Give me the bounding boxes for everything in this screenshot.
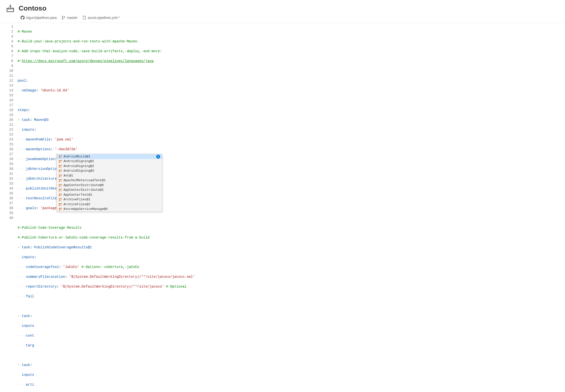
svg-rect-31 <box>59 189 60 190</box>
code-text: javaHomeOption <box>26 157 55 161</box>
line-number: 7 <box>0 54 13 59</box>
line-number: 8 <box>0 59 13 64</box>
snippet-icon <box>59 165 62 168</box>
svg-rect-27 <box>59 184 60 185</box>
code-text: PublishCodeCoverageResults@1 <box>34 245 92 249</box>
line-number: 17 <box>0 103 13 108</box>
code-text: #·Options:·cobertura,·jaCoCo <box>81 265 139 269</box>
intellisense-popup[interactable]: AndroidBuild@1iAndroidSigning@1AndroidSi… <box>56 154 162 212</box>
svg-rect-42 <box>61 200 62 201</box>
repo-label: nigurr/pipelines-java <box>26 16 57 20</box>
code-text: inputs <box>22 128 34 132</box>
svg-rect-35 <box>59 194 60 195</box>
code-text: reportDirectory <box>26 285 57 289</box>
svg-rect-9 <box>59 162 60 163</box>
file-icon <box>82 16 86 20</box>
line-number: 37 <box>0 201 13 206</box>
code-text: arti <box>26 383 34 387</box>
line-number: 38 <box>0 206 13 210</box>
line-number: 9 <box>0 64 13 68</box>
svg-rect-40 <box>61 198 62 199</box>
line-number: 29 <box>0 162 13 167</box>
intellisense-label: AndroidBuild@1 <box>64 154 155 159</box>
svg-rect-34 <box>61 190 62 191</box>
breadcrumb: nigurr/pipelines-java master azure-pipel… <box>0 15 565 23</box>
line-number: 24 <box>0 137 13 142</box>
code-text: task <box>22 363 30 367</box>
intellisense-item[interactable]: AppCenterDistribute@0 <box>57 183 162 188</box>
line-number: 11 <box>0 73 13 78</box>
line-number: 10 <box>0 68 13 73</box>
svg-rect-14 <box>61 167 62 168</box>
line-number: 4 <box>0 39 13 44</box>
svg-rect-16 <box>61 170 62 171</box>
line-number: 25 <box>0 142 13 147</box>
svg-rect-44 <box>61 203 62 204</box>
intellisense-label: AndroidSigning@2 <box>64 164 160 169</box>
branch-crumb[interactable]: master <box>62 16 77 20</box>
info-icon[interactable]: i <box>156 155 160 159</box>
line-number: 3 <box>0 34 13 39</box>
svg-rect-50 <box>61 209 62 210</box>
line-number: 39 <box>0 210 13 215</box>
svg-rect-26 <box>61 181 62 182</box>
intellisense-item[interactable]: ArchiveFiles@1 <box>57 197 162 202</box>
intellisense-label: ArchiveFiles@1 <box>64 197 160 202</box>
svg-rect-17 <box>59 171 60 172</box>
file-crumb[interactable]: azure-pipelines.yml * <box>82 16 120 20</box>
svg-rect-41 <box>59 200 60 201</box>
intellisense-label: ApacheJMeterLoadTest@1 <box>64 178 160 183</box>
intellisense-item[interactable]: AndroidSigning@2 <box>57 164 162 169</box>
intellisense-item[interactable]: AndroidSigning@3 <box>57 169 162 174</box>
intellisense-label: AppCenterTest@1 <box>64 193 160 197</box>
intellisense-item[interactable]: AppCenterDistribute@1 <box>57 188 162 193</box>
svg-rect-5 <box>59 157 60 158</box>
line-number: 2 <box>0 29 13 34</box>
code-text: inputs <box>22 373 34 377</box>
intellisense-item[interactable]: AzureAppServiceManage@0 <box>57 207 162 212</box>
code-text: testResultsFiles <box>26 196 59 200</box>
svg-rect-4 <box>61 155 62 156</box>
intellisense-label: AndroidSigning@3 <box>64 168 160 173</box>
intellisense-item[interactable]: ApacheJMeterLoadTest@1 <box>57 178 162 183</box>
intellisense-item[interactable]: ArchiveFiles@2 <box>57 202 162 207</box>
code-text: task <box>22 245 30 249</box>
code-text: '$(System.DefaultWorkingDirectory)/**/si… <box>61 285 164 289</box>
code-text: codeCoverageTool <box>26 265 59 269</box>
code-text: Maven@3 <box>34 118 49 122</box>
svg-rect-38 <box>61 195 62 196</box>
line-number: 12 <box>0 78 13 83</box>
repo-crumb[interactable]: nigurr/pipelines-java <box>21 16 57 20</box>
snippet-icon <box>59 198 62 201</box>
header: Contoso <box>0 0 565 15</box>
line-number: 1 <box>0 24 13 29</box>
github-icon <box>21 16 25 20</box>
svg-rect-32 <box>61 189 62 190</box>
svg-rect-30 <box>61 186 62 187</box>
line-number: 13 <box>0 83 13 88</box>
svg-point-2 <box>64 16 65 17</box>
svg-rect-47 <box>59 208 60 209</box>
svg-rect-25 <box>59 181 60 182</box>
code-link[interactable]: https://docs.microsoft.com/azure/devops/… <box>22 59 154 63</box>
svg-rect-36 <box>61 194 62 195</box>
svg-rect-13 <box>59 167 60 168</box>
svg-rect-28 <box>61 184 62 185</box>
line-gutter: 1234567891011121314151617181920212223242… <box>0 23 18 392</box>
code-area[interactable]: #·Maven #·Build·your·Java·projects·and·r… <box>18 23 565 392</box>
intellisense-label: Ant@1 <box>64 173 160 178</box>
line-number: 22 <box>0 127 13 132</box>
intellisense-item[interactable]: AppCenterTest@1 <box>57 193 162 197</box>
svg-rect-6 <box>61 157 62 158</box>
org-logo-icon <box>6 4 15 13</box>
intellisense-item[interactable]: AndroidBuild@1i <box>57 154 162 159</box>
code-editor[interactable]: 1234567891011121314151617181920212223242… <box>0 23 565 392</box>
svg-rect-21 <box>59 176 60 177</box>
branch-icon <box>62 16 66 20</box>
line-number: 21 <box>0 122 13 127</box>
intellisense-item[interactable]: Ant@1 <box>57 173 162 178</box>
svg-point-0 <box>62 16 63 17</box>
intellisense-item[interactable]: AndroidSigning@1 <box>57 159 162 164</box>
intellisense-label: ArchiveFiles@2 <box>64 202 160 207</box>
svg-rect-43 <box>59 203 60 204</box>
